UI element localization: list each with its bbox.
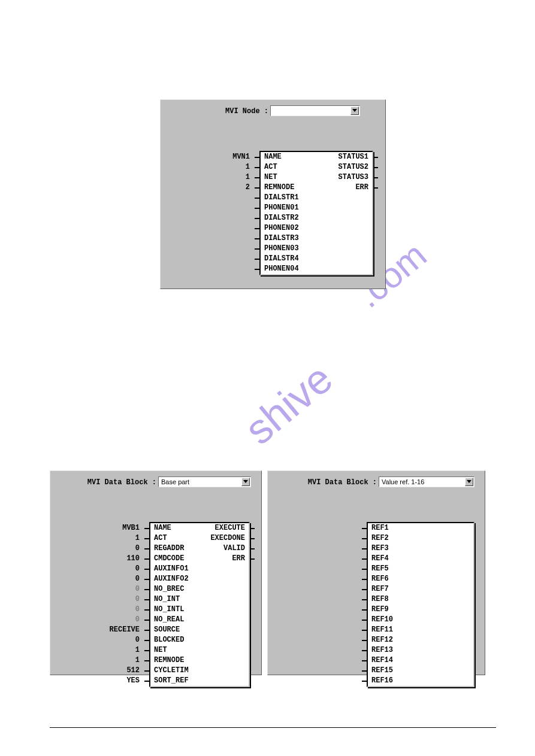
- input-port: DIALSTR3: [264, 233, 299, 244]
- input-port: DIALSTR4: [264, 254, 299, 264]
- port-tick: [144, 528, 149, 529]
- input-port: REF4: [371, 554, 389, 564]
- port-row: REF12: [368, 635, 473, 645]
- port-row: ACT1EXECDONE: [150, 533, 249, 544]
- port-row: REGADDR0VALID: [150, 544, 249, 554]
- input-port: REGADDR: [154, 544, 184, 554]
- port-tick: [373, 167, 378, 168]
- port-tick: [373, 157, 378, 158]
- port-row: NAMEMVN1STATUS1: [261, 152, 372, 162]
- port-row: REF13: [368, 645, 473, 655]
- port-tick: [250, 528, 255, 529]
- port-tick: [255, 228, 259, 229]
- input-port: REF13: [371, 645, 393, 655]
- chevron-down-icon[interactable]: [465, 478, 473, 486]
- mvi-data-block-ref-panel: MVI Data Block : Value ref. 1-16 REF1REF…: [267, 470, 485, 675]
- port-tick: [255, 198, 259, 199]
- port-row: REF5: [368, 564, 473, 574]
- port-row: PHONEN01: [261, 203, 372, 213]
- input-port: PHONEN02: [264, 223, 299, 233]
- port-row: REF11: [368, 625, 473, 635]
- mvi-node-dropdown[interactable]: [270, 105, 360, 116]
- mvi-data-block-base-function-block: NAMEMVB1EXECUTEACT1EXECDONEREGADDR0VALID…: [149, 522, 250, 687]
- output-port: ERR: [232, 554, 245, 564]
- port-row: AUXINFO20: [150, 574, 249, 584]
- dropdown-value: Value ref. 1-16: [382, 478, 424, 485]
- input-port: SOURCE: [154, 625, 180, 635]
- port-row: REF4: [368, 554, 473, 564]
- port-tick: [255, 157, 259, 158]
- port-row: REF2: [368, 533, 473, 544]
- input-port: REF12: [371, 635, 393, 645]
- input-port: REMNODE: [264, 183, 294, 193]
- input-port: NO_REAL: [154, 615, 184, 625]
- output-port: EXECDONE: [210, 533, 245, 544]
- input-port: REF5: [371, 564, 389, 574]
- port-tick: [362, 599, 367, 600]
- port-tick: [362, 681, 367, 682]
- port-tick: [144, 681, 149, 682]
- input-value: 0: [61, 564, 140, 574]
- port-row: DIALSTR2: [261, 213, 372, 223]
- port-tick: [144, 579, 149, 580]
- port-row: REF3: [368, 544, 473, 554]
- port-tick: [144, 569, 149, 570]
- input-port: REF15: [371, 666, 393, 676]
- mvi-data-block-dropdown-base[interactable]: Base part: [158, 476, 251, 487]
- port-tick: [362, 579, 367, 580]
- port-row: NO_BREC0: [150, 584, 249, 594]
- port-row: NO_INT0: [150, 594, 249, 605]
- chevron-down-icon[interactable]: [241, 478, 250, 486]
- port-row: REF15: [368, 666, 473, 676]
- input-value: 1: [61, 645, 140, 655]
- port-row: DIALSTR4: [261, 254, 372, 264]
- input-value: MVB1: [61, 523, 140, 533]
- output-port: ERR: [355, 183, 368, 193]
- input-value: MVN1: [171, 152, 250, 162]
- port-tick: [362, 620, 367, 621]
- port-tick: [362, 538, 367, 539]
- port-tick: [362, 548, 367, 549]
- port-row: SORT_REFYES: [150, 676, 249, 686]
- input-value: 512: [61, 666, 140, 676]
- input-value: 0: [61, 615, 140, 625]
- port-tick: [144, 558, 149, 560]
- port-tick: [255, 177, 259, 178]
- mvi-data-block-dropdown-ref[interactable]: Value ref. 1-16: [379, 476, 474, 487]
- port-row: NET1STATUS3: [261, 172, 372, 183]
- input-value: 110: [61, 554, 140, 564]
- output-port: VALID: [223, 544, 245, 554]
- output-port: STATUS1: [338, 152, 368, 162]
- port-tick: [362, 589, 367, 590]
- port-tick: [255, 167, 259, 168]
- input-port: NO_INT: [154, 594, 180, 605]
- input-port: PHONEN04: [264, 264, 299, 274]
- port-tick: [144, 609, 149, 611]
- input-port: PHONEN01: [264, 203, 299, 213]
- input-port: REF1: [371, 523, 389, 533]
- mvi-node-panel: MVI Node : NAMEMVN1STATUS1ACT1STATUS2NET…: [160, 99, 386, 289]
- port-tick: [362, 609, 367, 611]
- port-row: REF9: [368, 605, 473, 615]
- port-tick: [144, 620, 149, 621]
- input-port: REF6: [371, 574, 389, 584]
- port-row: NO_REAL0: [150, 615, 249, 625]
- port-row: AUXINFO10: [150, 564, 249, 574]
- port-row: NO_INTL0: [150, 605, 249, 615]
- port-row: REF1: [368, 523, 473, 533]
- port-row: REF10: [368, 615, 473, 625]
- input-port: REF7: [371, 584, 389, 594]
- mvi-node-function-block: NAMEMVN1STATUS1ACT1STATUS2NET1STATUS3REM…: [259, 151, 373, 275]
- port-tick: [250, 548, 255, 549]
- port-tick: [255, 248, 259, 250]
- input-port: NO_BREC: [154, 584, 184, 594]
- input-port: AUXINFO1: [154, 564, 189, 574]
- input-port: ACT: [264, 162, 277, 172]
- chevron-down-icon[interactable]: [350, 107, 359, 115]
- input-value: 0: [61, 584, 140, 594]
- port-tick: [373, 187, 378, 189]
- mvi-data-block-ref-function-block: REF1REF2REF3REF4REF5REF6REF7REF8REF9REF1…: [367, 522, 474, 687]
- page-rule: [50, 727, 496, 728]
- input-port: PHONEN03: [264, 244, 299, 254]
- input-port: REF2: [371, 533, 389, 544]
